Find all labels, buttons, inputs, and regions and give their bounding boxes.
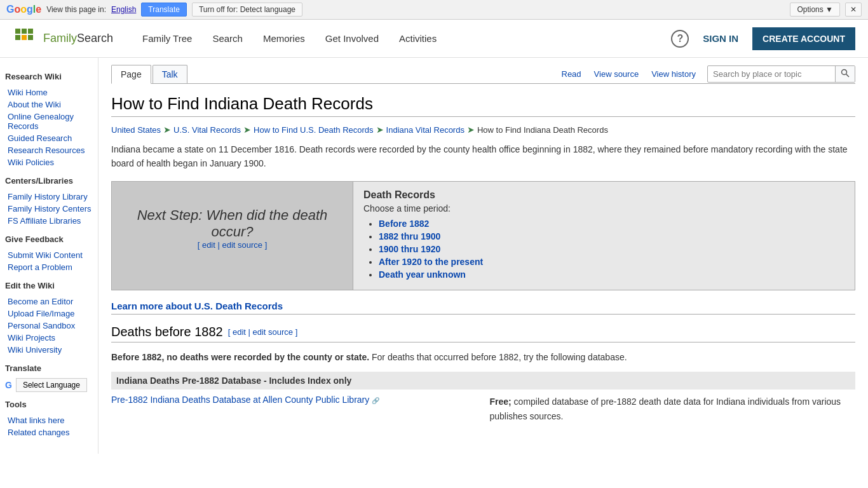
read-button[interactable]: Read xyxy=(555,67,588,81)
google-logo: Google xyxy=(6,4,41,15)
tab-page[interactable]: Page xyxy=(111,65,151,84)
tab-right: Read View source View history xyxy=(555,65,856,83)
nav-activities[interactable]: Activities xyxy=(389,20,447,58)
sidebar-item-family-history-library[interactable]: Family History Library xyxy=(5,191,93,203)
sidebar: Research Wiki Wiki Home About the Wiki O… xyxy=(0,58,98,454)
main-content: Page Talk Read View source View history xyxy=(98,58,868,454)
sidebar-item-guided-research[interactable]: Guided Research xyxy=(5,132,93,144)
breadcrumb-arrow-1: ➤ xyxy=(163,125,171,135)
sidebar-item-wiki-home[interactable]: Wiki Home xyxy=(5,86,93,98)
sidebar-research-wiki-title: Research Wiki xyxy=(5,72,93,81)
sidebar-section-centers: Family History Library Family History Ce… xyxy=(5,191,93,227)
list-item: 1900 thru 1920 xyxy=(379,244,844,254)
table-right-cell: Death Records Choose a time period: Befo… xyxy=(353,181,855,290)
list-item: Death year unknown xyxy=(379,269,844,280)
close-translate-button[interactable]: ✕ xyxy=(845,3,862,17)
help-icon[interactable]: ? xyxy=(671,30,689,48)
tab-talk[interactable]: Talk xyxy=(153,65,187,83)
nav-family-tree[interactable]: Family Tree xyxy=(132,20,202,58)
search-icon xyxy=(841,69,850,78)
sidebar-item-what-links[interactable]: What links here xyxy=(5,414,93,426)
svg-rect-2 xyxy=(15,35,20,40)
main-navigation: Family Tree Search Memories Get Involved… xyxy=(132,20,671,58)
sidebar-item-research-resources[interactable]: Research Resources xyxy=(5,144,93,156)
sidebar-item-report-problem[interactable]: Report a Problem xyxy=(5,261,93,273)
select-language-button[interactable]: Select Language xyxy=(16,378,87,392)
section1-bold-text: Before 1882, no deaths were recorded by … xyxy=(111,352,369,362)
svg-point-6 xyxy=(842,69,847,74)
wiki-search xyxy=(707,65,855,83)
sidebar-section-feedback: Submit Wiki Content Report a Problem xyxy=(5,249,93,273)
db-link[interactable]: Pre-1882 Indiana Deaths Database at Alle… xyxy=(111,395,369,405)
view-history-button[interactable]: View history xyxy=(645,67,702,81)
db-right: Free; compiled database of pre-1882 deat… xyxy=(490,395,856,423)
options-button[interactable]: Options ▼ xyxy=(790,3,840,17)
logo-icon xyxy=(13,26,38,51)
sidebar-item-wiki-policies[interactable]: Wiki Policies xyxy=(5,156,93,168)
breadcrumb-us[interactable]: United States xyxy=(111,125,161,135)
logo[interactable]: FamilySearch xyxy=(13,26,113,51)
table-edit-link[interactable]: edit xyxy=(202,240,215,250)
section1-heading: Deaths before 1882 [ edit | edit source … xyxy=(111,325,855,342)
translate-bar-text: View this page in: xyxy=(46,5,106,14)
select-language-section: G Select Language xyxy=(5,378,93,392)
period-before-1882[interactable]: Before 1882 xyxy=(379,219,429,229)
translate-bar: Google View this page in: English Transl… xyxy=(0,0,868,20)
sidebar-item-upload-file[interactable]: Upload File/Image xyxy=(5,308,93,320)
period-year-unknown[interactable]: Death year unknown xyxy=(379,269,466,280)
svg-rect-4 xyxy=(28,29,33,34)
nav-right: ? SIGN IN CREATE ACCOUNT xyxy=(671,27,855,50)
breadcrumb-us-death[interactable]: How to Find U.S. Death Records xyxy=(254,125,374,135)
sidebar-item-wiki-projects[interactable]: Wiki Projects xyxy=(5,332,93,344)
section1-rest-text: For deaths that occurred before 1882, tr… xyxy=(369,352,627,362)
wiki-search-button[interactable] xyxy=(835,66,855,82)
wiki-tabs: Page Talk Read View source View history xyxy=(111,58,855,84)
sidebar-item-wiki-university[interactable]: Wiki University xyxy=(5,344,93,356)
db-free-text: compiled database of pre-1882 death date… xyxy=(490,396,841,421)
learn-more-link[interactable]: Learn more about U.S. Death Records xyxy=(111,301,855,311)
db-left: Pre-1882 Indiana Deaths Database at Alle… xyxy=(111,395,477,423)
time-period-list: Before 1882 1882 thru 1900 1900 thru 192… xyxy=(363,219,844,280)
table-edit-links: [ edit | edit source ] xyxy=(125,240,340,250)
sidebar-item-online-genealogy[interactable]: Online Genealogy Records xyxy=(5,111,93,132)
svg-rect-0 xyxy=(15,29,20,34)
table-edit-source-link[interactable]: edit source xyxy=(222,240,262,250)
list-item: After 1920 to the present xyxy=(379,257,844,267)
list-item: Before 1882 xyxy=(379,219,844,229)
turn-off-button[interactable]: Turn off for: Detect language xyxy=(192,3,302,17)
section1-edit-links: [ edit | edit source ] xyxy=(228,327,298,337)
content-area: Research Wiki Wiki Home About the Wiki O… xyxy=(0,58,868,454)
wiki-search-input[interactable] xyxy=(708,67,835,81)
view-source-button[interactable]: View source xyxy=(588,67,646,81)
sidebar-item-submit-wiki[interactable]: Submit Wiki Content xyxy=(5,249,93,261)
nav-memories[interactable]: Memories xyxy=(253,20,315,58)
section1-edit-link[interactable]: edit xyxy=(233,327,246,337)
sign-in-link[interactable]: SIGN IN xyxy=(696,27,745,50)
breadcrumb: United States ➤ U.S. Vital Records ➤ How… xyxy=(111,125,855,135)
breadcrumb-vital-records[interactable]: U.S. Vital Records xyxy=(173,125,241,135)
db-free-label: Free; xyxy=(490,396,512,407)
nav-search[interactable]: Search xyxy=(202,20,253,58)
sidebar-item-become-editor[interactable]: Become an Editor xyxy=(5,295,93,308)
period-after-1920[interactable]: After 1920 to the present xyxy=(379,257,483,267)
sidebar-item-family-history-centers[interactable]: Family History Centers xyxy=(5,203,93,215)
section1-edit-source-link[interactable]: edit source xyxy=(253,327,294,337)
period-1882-1900[interactable]: 1882 thru 1900 xyxy=(379,231,440,241)
sidebar-translate-title: Translate xyxy=(5,363,93,373)
sidebar-item-related-changes[interactable]: Related changes xyxy=(5,426,93,438)
period-1900-1920[interactable]: 1900 thru 1920 xyxy=(379,244,440,254)
db-content: Pre-1882 Indiana Deaths Database at Alle… xyxy=(111,395,855,423)
sidebar-item-fs-affiliate[interactable]: FS Affiliate Libraries xyxy=(5,215,93,227)
nav-get-involved[interactable]: Get Involved xyxy=(315,20,389,58)
db-title: Indiana Deaths Pre-1882 Database - Inclu… xyxy=(111,372,855,390)
breadcrumb-indiana-vital[interactable]: Indiana Vital Records xyxy=(386,125,465,135)
create-account-button[interactable]: CREATE ACCOUNT xyxy=(752,27,855,50)
sidebar-section-edit: Become an Editor Upload File/Image Perso… xyxy=(5,295,93,356)
logo-text: FamilySearch xyxy=(43,32,113,45)
translate-button[interactable]: Translate xyxy=(141,3,187,17)
breadcrumb-arrow-4: ➤ xyxy=(467,125,475,135)
language-link[interactable]: English xyxy=(111,5,136,14)
sidebar-item-personal-sandbox[interactable]: Personal Sandbox xyxy=(5,320,93,332)
sidebar-item-about-wiki[interactable]: About the Wiki xyxy=(5,98,93,111)
section1-body: Before 1882, no deaths were recorded by … xyxy=(111,350,855,364)
